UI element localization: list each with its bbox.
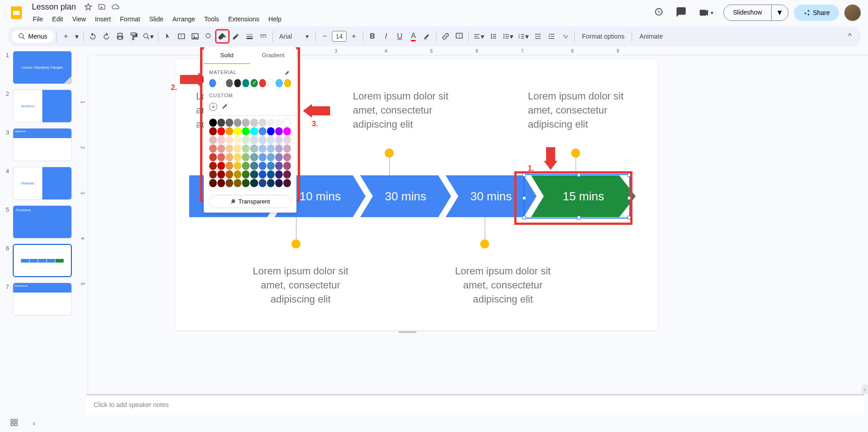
tab-gradient[interactable]: Gradient — [250, 47, 296, 64]
slide-thumb-1[interactable]: Lesson: Classifying Triangles — [13, 51, 72, 84]
slide-thumb-4[interactable]: Materials — [13, 167, 72, 200]
color-swatch[interactable] — [217, 136, 225, 144]
color-swatch[interactable] — [275, 127, 283, 135]
new-slide-dropdown[interactable]: ▾ — [73, 30, 80, 43]
menus-search[interactable]: Menus — [12, 30, 54, 43]
document-title[interactable]: Lesson plan — [29, 1, 79, 13]
color-swatch[interactable] — [242, 119, 250, 127]
color-swatch[interactable] — [283, 162, 291, 170]
color-swatch[interactable] — [259, 179, 266, 187]
color-swatch[interactable] — [226, 179, 233, 187]
comment-add-button[interactable]: + — [453, 30, 466, 43]
fill-color-button[interactable] — [216, 30, 229, 43]
color-swatch[interactable] — [209, 119, 217, 127]
select-tool[interactable] — [161, 30, 174, 43]
slide-thumb-3[interactable]: Objective — [13, 128, 72, 161]
color-swatch[interactable] — [234, 119, 241, 127]
text-top-3[interactable]: Lorem ipsum dolor sit amet, consectetur … — [528, 89, 646, 131]
color-swatch[interactable] — [250, 153, 258, 161]
font-selector[interactable]: Arial▾ — [276, 31, 312, 42]
meet-icon[interactable]: ▼ — [695, 4, 718, 21]
star-icon[interactable] — [84, 3, 92, 11]
color-swatch[interactable] — [226, 127, 233, 135]
color-swatch[interactable] — [217, 153, 225, 161]
indent-decrease-button[interactable] — [532, 30, 544, 43]
color-swatch[interactable] — [242, 136, 250, 144]
text-bottom-1[interactable]: Lorem ipsum dolor sit amet, consectetur … — [241, 264, 360, 306]
font-size-input[interactable] — [332, 31, 346, 42]
color-swatch[interactable] — [217, 179, 225, 187]
eyedropper-icon[interactable] — [221, 103, 228, 110]
redo-button[interactable] — [100, 30, 113, 43]
slideshow-dropdown[interactable]: ▼ — [772, 5, 788, 20]
menu-arrange[interactable]: Arrange — [169, 14, 199, 25]
color-swatch[interactable] — [209, 153, 217, 161]
color-swatch[interactable] — [226, 119, 233, 127]
numbered-list-button[interactable]: 123 ▾ — [516, 30, 531, 43]
slides-logo[interactable] — [7, 4, 25, 22]
color-swatch[interactable] — [283, 136, 291, 144]
color-swatch[interactable] — [242, 79, 249, 87]
bold-button[interactable]: B — [366, 30, 379, 43]
color-swatch[interactable] — [267, 127, 275, 135]
border-dash-button[interactable] — [257, 30, 270, 43]
border-color-button[interactable] — [230, 30, 242, 43]
color-swatch[interactable] — [259, 119, 266, 127]
link-button[interactable] — [439, 30, 452, 43]
highlight-button[interactable] — [421, 30, 433, 43]
color-swatch[interactable] — [284, 79, 291, 87]
color-swatch[interactable] — [250, 136, 258, 144]
text-bottom-2[interactable]: Lorem ipsum dolor sit amet, consectetur … — [444, 264, 562, 306]
color-swatch[interactable] — [275, 170, 283, 179]
slide-thumb-7[interactable]: Homework — [13, 283, 72, 316]
new-slide-button[interactable]: + — [60, 30, 72, 43]
color-swatch[interactable] — [275, 179, 283, 187]
menu-tools[interactable]: Tools — [201, 14, 223, 25]
bullet-list-button[interactable]: ▾ — [501, 30, 515, 43]
color-swatch[interactable] — [242, 144, 250, 153]
color-swatch[interactable] — [209, 136, 217, 144]
animate-button[interactable]: Animate — [635, 31, 667, 42]
clear-format-button[interactable]: T — [559, 30, 572, 43]
menu-edit[interactable]: Edit — [49, 14, 67, 25]
color-swatch[interactable] — [259, 79, 266, 87]
color-swatch[interactable] — [209, 170, 217, 179]
color-swatch[interactable] — [250, 127, 258, 135]
transparent-button[interactable]: Transparent — [209, 195, 291, 208]
text-color-button[interactable]: A — [407, 30, 420, 43]
zoom-button[interactable]: ▾ — [141, 30, 156, 43]
border-weight-button[interactable] — [243, 30, 256, 43]
color-swatch[interactable] — [275, 144, 283, 153]
color-swatch[interactable] — [209, 179, 217, 187]
color-swatch[interactable] — [283, 127, 291, 135]
color-swatch[interactable] — [267, 79, 274, 87]
prev-icon[interactable]: ‹ — [30, 417, 38, 430]
arrow-3[interactable]: 30 mins — [360, 175, 451, 217]
menu-slide[interactable]: Slide — [146, 14, 167, 25]
color-swatch[interactable] — [267, 144, 275, 153]
color-swatch[interactable] — [250, 144, 258, 153]
color-swatch[interactable] — [283, 179, 291, 187]
slideshow-button[interactable]: Slideshow — [724, 5, 772, 20]
color-swatch[interactable] — [226, 162, 233, 170]
color-swatch[interactable] — [259, 170, 266, 179]
edit-icon[interactable] — [285, 69, 291, 75]
color-swatch[interactable] — [217, 170, 225, 179]
grid-view-icon[interactable] — [7, 416, 21, 431]
color-swatch[interactable] — [226, 79, 233, 87]
color-swatch[interactable] — [226, 170, 233, 179]
menu-view[interactable]: View — [69, 14, 90, 25]
font-size-increase[interactable]: + — [347, 30, 360, 43]
color-swatch[interactable] — [259, 127, 266, 135]
paint-format-button[interactable] — [127, 30, 140, 43]
color-swatch[interactable] — [267, 179, 275, 187]
menu-insert[interactable]: Insert — [91, 14, 115, 25]
color-swatch[interactable] — [217, 119, 225, 127]
image-button[interactable] — [189, 30, 201, 43]
color-swatch[interactable] — [267, 162, 275, 170]
slide-thumb-6[interactable] — [13, 244, 72, 277]
color-swatch[interactable] — [242, 153, 250, 161]
color-swatch[interactable] — [234, 144, 241, 153]
color-swatch[interactable] — [209, 79, 216, 87]
color-swatch[interactable] — [234, 136, 241, 144]
